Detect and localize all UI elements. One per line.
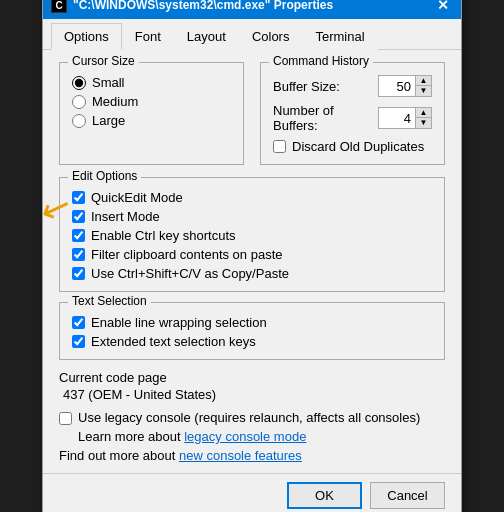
legacy-console-checkbox[interactable] xyxy=(59,412,72,425)
num-buffers-spinner[interactable]: ▲ ▼ xyxy=(378,107,432,129)
dialog-content: Cursor Size Small Medium Large xyxy=(43,50,461,473)
buffer-size-down[interactable]: ▼ xyxy=(415,86,431,96)
learn-more-prefix: Learn more about xyxy=(78,429,184,444)
app-icon: C xyxy=(51,0,67,13)
code-page-label: Current code page xyxy=(59,370,445,385)
discard-duplicates-checkbox[interactable] xyxy=(273,140,286,153)
cursor-small-label: Small xyxy=(92,75,125,90)
tab-terminal[interactable]: Terminal xyxy=(302,23,377,50)
extended-text-checkbox[interactable] xyxy=(72,335,85,348)
find-out-row: Find out more about new console features xyxy=(59,448,445,463)
button-row: OK Cancel xyxy=(43,473,461,512)
line-wrapping-option[interactable]: Enable line wrapping selection xyxy=(72,315,432,330)
num-buffers-row: Number of Buffers: ▲ ▼ xyxy=(273,103,432,133)
legacy-console-label: Use legacy console (requires relaunch, a… xyxy=(78,410,420,425)
cursor-size-options: Small Medium Large xyxy=(72,75,231,128)
discard-duplicates-label: Discard Old Duplicates xyxy=(292,139,424,154)
cancel-button[interactable]: Cancel xyxy=(370,482,445,509)
buffer-size-up[interactable]: ▲ xyxy=(415,76,431,86)
cursor-size-section: Cursor Size Small Medium Large xyxy=(59,62,244,165)
learn-more-row: Learn more about legacy console mode xyxy=(59,429,445,444)
close-button[interactable]: ✕ xyxy=(433,0,453,13)
top-sections: Cursor Size Small Medium Large xyxy=(59,62,445,165)
ctrl-key-checkbox[interactable] xyxy=(72,229,85,242)
ctrl-key-option[interactable]: Enable Ctrl key shortcuts xyxy=(72,228,432,243)
extended-text-option[interactable]: Extended text selection keys xyxy=(72,334,432,349)
buffer-size-row: Buffer Size: ▲ ▼ xyxy=(273,75,432,97)
edit-options-section: Edit Options QuickEdit Mode Insert Mode … xyxy=(59,177,445,292)
cursor-small-radio[interactable] xyxy=(72,76,86,90)
extended-text-label: Extended text selection keys xyxy=(91,334,256,349)
tab-layout[interactable]: Layout xyxy=(174,23,239,50)
use-ctrl-shift-checkbox[interactable] xyxy=(72,267,85,280)
legacy-console-row: Use legacy console (requires relaunch, a… xyxy=(59,410,445,425)
cursor-size-title: Cursor Size xyxy=(68,54,139,68)
cursor-medium-radio[interactable] xyxy=(72,95,86,109)
dialog-title: "C:\WINDOWS\system32\cmd.exe" Properties xyxy=(73,0,333,12)
command-history-section: Command History Buffer Size: ▲ ▼ Number … xyxy=(260,62,445,165)
title-bar: C "C:\WINDOWS\system32\cmd.exe" Properti… xyxy=(43,0,461,19)
line-wrapping-checkbox[interactable] xyxy=(72,316,85,329)
insert-mode-option[interactable]: Insert Mode xyxy=(72,209,432,224)
discard-duplicates-option[interactable]: Discard Old Duplicates xyxy=(273,139,432,154)
insert-mode-checkbox[interactable] xyxy=(72,210,85,223)
num-buffers-down[interactable]: ▼ xyxy=(415,118,431,128)
ctrl-key-label: Enable Ctrl key shortcuts xyxy=(91,228,236,243)
tab-bar: Options Font Layout Colors Terminal xyxy=(43,19,461,50)
cursor-large-label: Large xyxy=(92,113,125,128)
use-ctrl-shift-option[interactable]: Use Ctrl+Shift+C/V as Copy/Paste xyxy=(72,266,432,281)
filter-clipboard-checkbox[interactable] xyxy=(72,248,85,261)
legacy-console-link[interactable]: legacy console mode xyxy=(184,429,306,444)
cursor-large-radio[interactable] xyxy=(72,114,86,128)
buffer-size-spinner[interactable]: ▲ ▼ xyxy=(378,75,432,97)
tab-colors[interactable]: Colors xyxy=(239,23,303,50)
insert-mode-label: Insert Mode xyxy=(91,209,160,224)
code-page-value: 437 (OEM - United States) xyxy=(63,387,216,402)
code-page-section: Current code page 437 (OEM - United Stat… xyxy=(59,370,445,402)
properties-dialog: C "C:\WINDOWS\system32\cmd.exe" Properti… xyxy=(42,0,462,512)
cursor-large-option[interactable]: Large xyxy=(72,113,231,128)
buffer-size-label: Buffer Size: xyxy=(273,79,340,94)
cursor-medium-option[interactable]: Medium xyxy=(72,94,231,109)
quickedit-label: QuickEdit Mode xyxy=(91,190,183,205)
filter-clipboard-option[interactable]: Filter clipboard contents on paste xyxy=(72,247,432,262)
command-history-title: Command History xyxy=(269,54,373,68)
num-buffers-label: Number of Buffers: xyxy=(273,103,378,133)
cursor-small-option[interactable]: Small xyxy=(72,75,231,90)
buffer-size-input[interactable] xyxy=(379,78,415,95)
new-console-link[interactable]: new console features xyxy=(179,448,302,463)
tab-options[interactable]: Options xyxy=(51,23,122,50)
line-wrapping-label: Enable line wrapping selection xyxy=(91,315,267,330)
filter-clipboard-label: Filter clipboard contents on paste xyxy=(91,247,283,262)
quickedit-checkbox[interactable] xyxy=(72,191,85,204)
quickedit-option[interactable]: QuickEdit Mode xyxy=(72,190,432,205)
ok-button[interactable]: OK xyxy=(287,482,362,509)
cursor-medium-label: Medium xyxy=(92,94,138,109)
use-ctrl-shift-label: Use Ctrl+Shift+C/V as Copy/Paste xyxy=(91,266,289,281)
num-buffers-input[interactable] xyxy=(379,110,415,127)
find-out-prefix: Find out more about xyxy=(59,448,179,463)
edit-options-title: Edit Options xyxy=(68,169,141,183)
tab-font[interactable]: Font xyxy=(122,23,174,50)
num-buffers-up[interactable]: ▲ xyxy=(415,108,431,118)
text-selection-section: Text Selection Enable line wrapping sele… xyxy=(59,302,445,360)
text-selection-title: Text Selection xyxy=(68,294,151,308)
